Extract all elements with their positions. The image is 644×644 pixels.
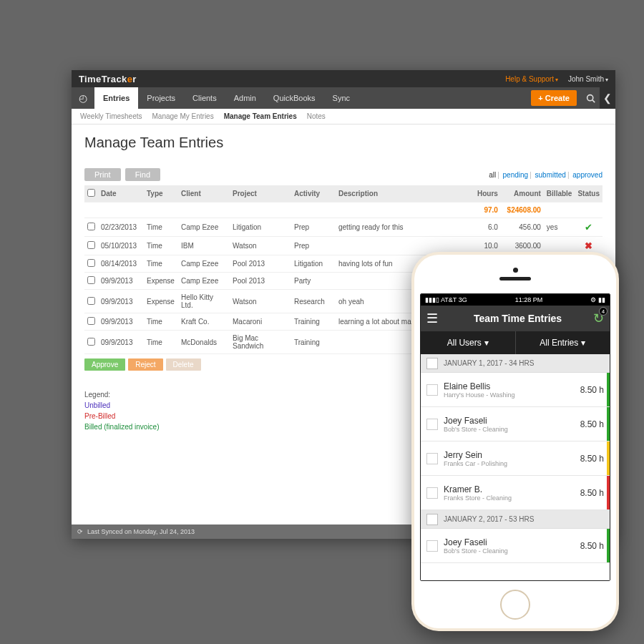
create-button[interactable]: + Create xyxy=(531,90,577,106)
section-label: JANUARY 2, 2017 - 53 HRS xyxy=(444,515,534,523)
row-checkbox[interactable] xyxy=(87,241,95,249)
home-button[interactable] xyxy=(500,590,530,620)
filter-users[interactable]: All Users▾ xyxy=(421,331,515,354)
approve-button[interactable]: Approve xyxy=(84,358,125,371)
row-checkbox[interactable] xyxy=(87,223,95,230)
row-checkbox[interactable] xyxy=(426,487,438,499)
col-header[interactable]: Hours xyxy=(474,185,501,203)
section-label: JANUARY 1, 2017 - 34 HRS xyxy=(444,359,534,367)
list-item[interactable]: Elaine BellisHarry's House - Washing8.50… xyxy=(421,373,610,407)
nav-tab-sync[interactable]: Sync xyxy=(324,87,358,109)
list-section-header[interactable]: JANUARY 1, 2017 - 34 HRS xyxy=(421,354,610,373)
col-header[interactable]: Project xyxy=(230,185,291,203)
entry-name: Kramer B. xyxy=(444,484,575,494)
entry-sub: Franks Car - Polishing xyxy=(444,460,575,467)
main-nav: ◴ EntriesProjectsClientsAdminQuickBooksS… xyxy=(72,87,615,109)
hamburger-icon[interactable]: ☰ xyxy=(426,311,442,326)
col-header[interactable]: Amount xyxy=(501,185,544,203)
entry-sub: Bob's Store - Cleaning xyxy=(444,426,575,433)
chevron-left-icon[interactable]: ❮ xyxy=(600,87,615,109)
reject-button[interactable]: Reject xyxy=(128,358,162,371)
phone-list[interactable]: JANUARY 1, 2017 - 34 HRSElaine BellisHar… xyxy=(421,354,610,580)
entry-hours: 8.50 h xyxy=(580,385,604,395)
filter-submitted[interactable]: submitted xyxy=(535,171,566,179)
filter-approved[interactable]: approved xyxy=(572,171,602,179)
entry-sub: Bob's Store - Cleaning xyxy=(444,547,575,555)
help-support-link[interactable]: Help & Support▾ xyxy=(505,75,558,83)
list-item[interactable]: Kramer B.Franks Store - Cleaning8.50 h xyxy=(421,476,610,510)
list-item[interactable]: Jerry SeinFranks Car - Polishing8.50 h xyxy=(421,441,610,476)
row-checkbox[interactable] xyxy=(426,453,438,464)
status-stripe xyxy=(607,476,610,509)
row-checkbox[interactable] xyxy=(426,384,438,396)
print-button[interactable]: Print xyxy=(84,168,121,181)
nav-tab-quickbooks[interactable]: QuickBooks xyxy=(265,87,324,109)
col-header[interactable]: Description xyxy=(336,185,474,203)
check-icon: ✔ xyxy=(585,222,592,233)
clock-icon[interactable]: ◴ xyxy=(72,87,94,109)
subnav-manage-my-entries[interactable]: Manage My Entries xyxy=(152,112,214,120)
camera-icon xyxy=(513,268,518,273)
subnav-weekly-timesheets[interactable]: Weekly Timesheets xyxy=(80,112,142,120)
col-header[interactable]: Activity xyxy=(291,185,336,203)
row-checkbox[interactable] xyxy=(87,276,95,284)
list-section-header[interactable]: JANUARY 2, 2017 - 53 HRS xyxy=(421,510,610,529)
section-checkbox[interactable] xyxy=(426,514,438,525)
delete-button[interactable]: Delete xyxy=(166,358,201,371)
list-item[interactable]: Joey FaseliBob's Store - Cleaning8.50 h xyxy=(421,407,610,441)
entry-hours: 8.50 h xyxy=(580,541,604,551)
subnav-manage-team-entries[interactable]: Manage Team Entries xyxy=(224,112,297,120)
filter-entries[interactable]: All Entries▾ xyxy=(515,331,610,354)
filter-pending[interactable]: pending xyxy=(503,171,529,179)
battery-icon: ⚙ ▮▮ xyxy=(590,296,605,303)
find-button[interactable]: Find xyxy=(125,168,160,181)
chevron-down-icon: ▾ xyxy=(484,338,489,348)
status-stripe xyxy=(607,529,610,562)
row-checkbox[interactable] xyxy=(426,540,438,552)
row-checkbox[interactable] xyxy=(426,419,438,430)
signal-icon: ▮▮▮▯ xyxy=(425,296,441,303)
chevron-down-icon: ▾ xyxy=(581,338,585,348)
status-stripe xyxy=(607,441,610,475)
col-header[interactable]: Type xyxy=(144,185,178,203)
select-all-checkbox[interactable] xyxy=(87,189,95,197)
svg-line-1 xyxy=(592,99,594,102)
phone-top-bezel xyxy=(414,255,616,293)
nav-tab-admin[interactable]: Admin xyxy=(225,87,265,109)
phone-frame: ▮▮▮▯ AT&T 3G 11:28 PM ⚙ ▮▮ ☰ Team Time E… xyxy=(411,252,619,631)
col-header[interactable]: Date xyxy=(98,185,144,203)
nav-tab-projects[interactable]: Projects xyxy=(138,87,184,109)
toolbar: Print Find all| pending| submitted| appr… xyxy=(72,157,615,185)
nav-tab-entries[interactable]: Entries xyxy=(94,87,138,109)
row-checkbox[interactable] xyxy=(87,297,95,305)
phone-header: ☰ Team Time Entries ↻ 4 xyxy=(421,306,610,331)
col-header[interactable]: Status xyxy=(575,185,602,203)
nav-tab-clients[interactable]: Clients xyxy=(184,87,225,109)
app-logo: TimeTracker xyxy=(79,74,137,84)
filter-all[interactable]: all xyxy=(489,171,496,179)
entry-name: Elaine Bellis xyxy=(444,381,575,391)
titlebar: TimeTracker Help & Support▾ John Smith▾ xyxy=(72,70,615,87)
speaker-icon xyxy=(499,277,531,280)
entry-name: Joey Faseli xyxy=(444,537,575,547)
row-checkbox[interactable] xyxy=(87,338,95,346)
phone-title: Team Time Entries xyxy=(442,313,593,324)
search-icon[interactable] xyxy=(581,87,600,109)
sync-icon[interactable]: ↻ 4 xyxy=(593,311,604,326)
subnav-notes[interactable]: Notes xyxy=(307,112,326,120)
entry-name: Joey Faseli xyxy=(444,416,575,426)
col-header[interactable]: Client xyxy=(178,185,230,203)
row-checkbox[interactable] xyxy=(87,317,95,325)
table-row[interactable]: 02/23/2013TimeCamp EzeeLitigationPrepget… xyxy=(84,218,602,237)
sub-nav: Weekly TimesheetsManage My EntriesManage… xyxy=(72,109,615,125)
section-checkbox[interactable] xyxy=(426,358,438,369)
entry-hours: 8.50 h xyxy=(580,488,604,498)
entry-sub: Harry's House - Washing xyxy=(444,391,575,399)
col-header[interactable]: Billable xyxy=(544,185,575,203)
user-menu[interactable]: John Smith▾ xyxy=(568,75,608,83)
row-checkbox[interactable] xyxy=(87,259,95,267)
entry-sub: Franks Store - Cleaning xyxy=(444,494,575,502)
list-item[interactable]: Joey FaseliBob's Store - Cleaning8.50 h xyxy=(421,529,610,563)
sync-badge: 4 xyxy=(599,307,608,316)
phone-statusbar: ▮▮▮▯ AT&T 3G 11:28 PM ⚙ ▮▮ xyxy=(421,294,610,306)
